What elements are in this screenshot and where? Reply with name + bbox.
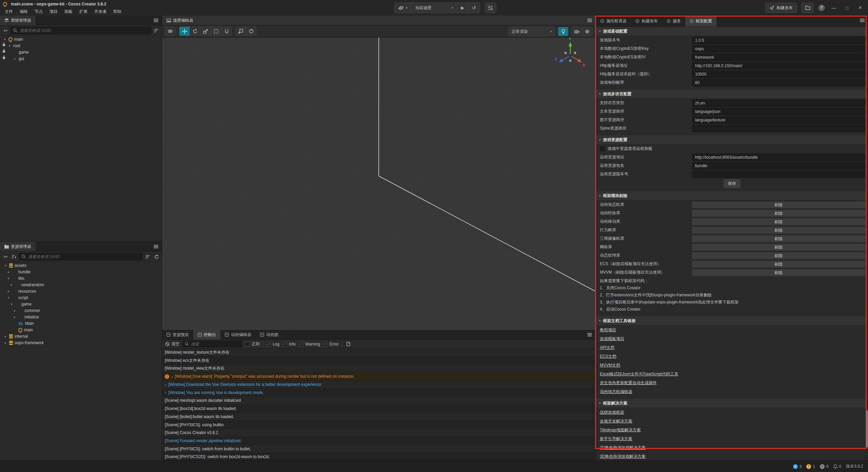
console-log-row[interactable]: ! › [Scene] [PHYSICS2D]: switch from box… bbox=[162, 453, 595, 461]
toggle-3d-button[interactable]: 3D bbox=[165, 26, 176, 36]
open-folder-button[interactable] bbox=[802, 3, 814, 13]
config-input[interactable]: framework bbox=[692, 54, 865, 61]
expand-arrow-icon[interactable]: ▸ bbox=[5, 335, 9, 338]
scene-editor-tab[interactable]: 场景编辑器 bbox=[162, 16, 595, 25]
build-publish-button[interactable]: 构建发布 bbox=[765, 3, 797, 13]
solution-link[interactable]: 全栈开发解决方案 bbox=[600, 419, 632, 424]
assets-tab[interactable]: 资源管理器 bbox=[0, 242, 36, 251]
console-menu-icon[interactable] bbox=[587, 333, 592, 337]
restart-button[interactable]: ↺ bbox=[468, 3, 480, 13]
console-tab[interactable]: 控制台 bbox=[193, 330, 220, 339]
config-input[interactable] bbox=[692, 171, 865, 178]
hierarchy-tab[interactable]: 层级管理器 bbox=[0, 16, 36, 25]
asset-node[interactable]: ▾ script bbox=[0, 294, 162, 301]
error-count[interactable]: × 0 bbox=[820, 464, 829, 469]
inspector-scrollbar-track[interactable] bbox=[866, 26, 868, 460]
expand-arrow-icon[interactable]: ▸ bbox=[8, 270, 12, 274]
expand-arrow-icon[interactable]: ▸ bbox=[14, 315, 18, 319]
expand-arrow-icon[interactable]: ▾ bbox=[8, 296, 12, 299]
expand-arrow-icon[interactable]: ▸ bbox=[11, 283, 15, 287]
warning-count[interactable]: ! 1 bbox=[806, 464, 815, 469]
console-log-row[interactable]: ! › [Window] model_view文件夹存在 bbox=[162, 365, 595, 373]
console-log-row[interactable]: ! › [Scene] [bullet]:bullet wasm lib loa… bbox=[162, 413, 595, 421]
doc-link[interactable]: Excel格式转Json文件与TypeScript代码工具 bbox=[600, 372, 678, 376]
refresh-assets-button[interactable] bbox=[153, 253, 160, 260]
inspector-tab[interactable]: 服务 bbox=[662, 16, 685, 26]
config-input[interactable]: 10000 bbox=[692, 71, 865, 78]
notification-count[interactable]: 0 bbox=[833, 464, 842, 469]
remove-module-button[interactable]: 剔除 bbox=[692, 227, 865, 234]
menu-item[interactable]: 面板 bbox=[61, 7, 76, 16]
asset-node[interactable]: ▸ oops-framework bbox=[0, 339, 162, 346]
config-input[interactable]: http://192.168.0.150/main/ bbox=[692, 62, 865, 70]
console-log-file-button[interactable] bbox=[345, 341, 352, 348]
console-tab[interactable]: 资源预览 bbox=[162, 330, 193, 339]
add-asset-button[interactable]: +▾ bbox=[2, 253, 9, 260]
remove-module-button[interactable]: 剔除 bbox=[692, 261, 865, 268]
coordinate-button[interactable] bbox=[246, 27, 256, 36]
asset-node[interactable]: ▸ bundle bbox=[0, 269, 162, 275]
remove-module-button[interactable]: 剔除 bbox=[692, 252, 865, 259]
hierarchy-search-input[interactable] bbox=[11, 27, 151, 34]
config-input[interactable]: language/texture bbox=[692, 116, 865, 124]
solution-link[interactable]: Tiledmap地图解决方案 bbox=[600, 428, 641, 432]
console-search-input[interactable] bbox=[182, 341, 242, 347]
remove-module-button[interactable]: 剔除 bbox=[692, 201, 865, 208]
console-log-row[interactable]: ! › [Scene] Forward render pipeline init… bbox=[162, 437, 595, 445]
scene-select[interactable]: 当前场景 ▾ bbox=[412, 3, 457, 13]
pivot-button[interactable] bbox=[236, 27, 246, 36]
expand-arrow-icon[interactable]: › bbox=[165, 390, 166, 395]
hierarchy-node[interactable]: ▾ root bbox=[0, 42, 162, 49]
doc-link[interactable]: 游戏模板项目 bbox=[600, 336, 624, 341]
log-filter-checkbox[interactable]: ✓ Log bbox=[266, 342, 279, 347]
log-filter-checkbox[interactable]: ✓ Info bbox=[282, 342, 296, 347]
preview-target-button[interactable]: ▾ bbox=[395, 3, 412, 13]
console-log-row[interactable]: ! › [Window] ecs文件夹存在 bbox=[162, 357, 595, 365]
section-header-i18n[interactable]: ▾ 游戏多语言配置 bbox=[596, 90, 868, 99]
menu-item[interactable]: 项目 bbox=[46, 7, 61, 16]
regex-checkbox[interactable]: 正则 bbox=[245, 341, 260, 347]
expand-arrow-icon[interactable]: ▸ bbox=[14, 57, 19, 60]
lighting-toggle-button[interactable] bbox=[558, 27, 568, 36]
scene-settings-button[interactable] bbox=[582, 27, 592, 36]
doc-link[interactable]: API文档 bbox=[600, 345, 614, 350]
ui-transform-tool-button[interactable] bbox=[221, 27, 232, 36]
menu-item[interactable]: 扩展 bbox=[76, 7, 91, 16]
scene-menu-icon[interactable] bbox=[587, 19, 592, 23]
doc-link[interactable]: ECS文档 bbox=[600, 354, 616, 359]
doc-link[interactable]: MVVM文档 bbox=[600, 363, 620, 368]
config-input[interactable]: 60 bbox=[692, 79, 865, 86]
console-log-row[interactable]: ! › [Window] render_texture文件夹存在 bbox=[162, 349, 595, 357]
config-input[interactable]: 1.0.5 bbox=[692, 37, 865, 44]
maximize-button[interactable]: □ bbox=[843, 5, 851, 11]
menu-item[interactable]: 帮助 bbox=[110, 7, 125, 16]
doc-link[interactable]: 动画状态机编辑器 bbox=[600, 389, 632, 394]
save-button[interactable]: 保存 bbox=[724, 179, 740, 188]
solution-link[interactable]: 3D角色扮演游戏解决方案 bbox=[600, 454, 646, 459]
section-header-solutions[interactable]: ▾ 框架解决方案 bbox=[596, 399, 868, 408]
asset-node[interactable]: ▸ internal bbox=[0, 333, 162, 339]
menu-item[interactable]: 开发者 bbox=[91, 7, 110, 16]
section-header-basic[interactable]: ▾ 游戏基础配置 bbox=[596, 27, 868, 36]
inspector-menu-icon[interactable] bbox=[860, 19, 865, 23]
section-header-modules[interactable]: ▾ 框架模块剔除 bbox=[596, 191, 868, 200]
hierarchy-node[interactable]: ▸ gui bbox=[0, 55, 162, 62]
render-mode-select[interactable]: 正常渲染 ▾ bbox=[508, 27, 555, 36]
console-tab[interactable]: 动画编辑器 bbox=[220, 330, 256, 339]
console-log-row[interactable]: ! › [Scene] Cocos Creator v3.8.2 bbox=[162, 429, 595, 437]
expand-arrow-icon[interactable]: › bbox=[171, 374, 173, 379]
section-header-resources[interactable]: ▾ 游戏资源配置 bbox=[596, 135, 868, 144]
console-log-row[interactable]: ! › [Scene] meshopt wasm decoder initial… bbox=[162, 397, 595, 405]
remote-load-checkbox[interactable] bbox=[600, 146, 605, 151]
console-tab[interactable]: 动画图 bbox=[256, 330, 283, 339]
console-log-row[interactable]: ! › [Scene] [PHYSICS]: using builtin. bbox=[162, 421, 595, 429]
expand-arrow-icon[interactable]: ▾ bbox=[5, 264, 9, 267]
layout-grid-button[interactable] bbox=[485, 2, 496, 13]
console-log-row[interactable]: ! › [Scene] [box2d]:box2d wasm lib loade… bbox=[162, 405, 595, 413]
expand-arrow-icon[interactable]: ▸ bbox=[14, 309, 18, 312]
config-input[interactable]: http://localhost:8083/assets/bundle bbox=[692, 154, 865, 161]
menu-item[interactable]: 编辑 bbox=[16, 7, 31, 16]
hierarchy-node[interactable]: game bbox=[0, 49, 162, 55]
close-button[interactable]: × bbox=[856, 5, 865, 11]
doc-link[interactable]: 原生包热更新配置自动生成插件 bbox=[600, 380, 657, 385]
